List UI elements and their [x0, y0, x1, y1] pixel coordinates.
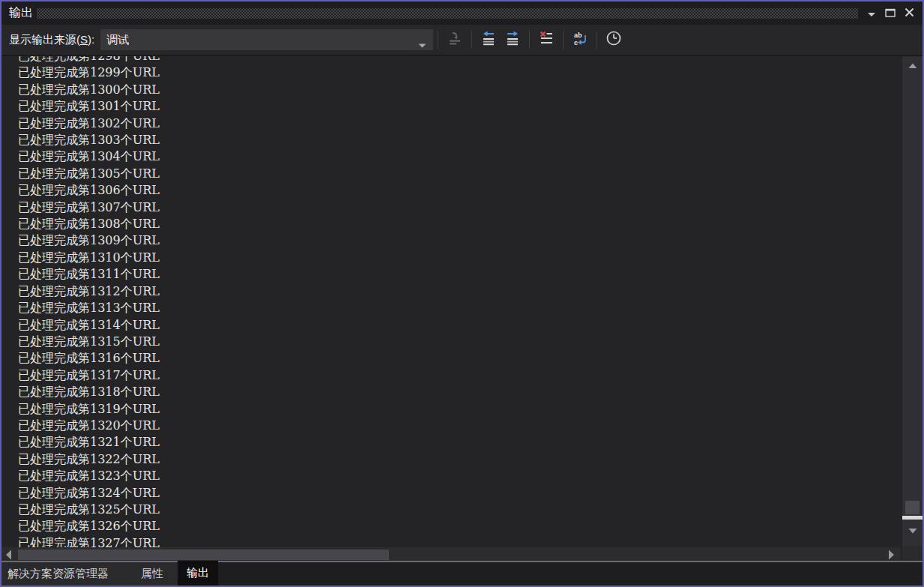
toolbar-separator — [563, 31, 564, 49]
svg-text:c: c — [574, 39, 578, 46]
window-title: 输出 — [9, 1, 33, 25]
output-line: 已处理完成第1320个URL — [18, 418, 902, 434]
svg-text:ab: ab — [574, 31, 582, 39]
maximize-button[interactable] — [883, 6, 898, 21]
previous-message-button[interactable] — [478, 29, 499, 50]
output-line: 已处理完成第1322个URL — [18, 451, 902, 468]
close-button[interactable] — [902, 6, 917, 21]
output-line: 已处理完成第1299个URL — [18, 64, 902, 81]
output-line: 已处理完成第1313个URL — [18, 300, 902, 316]
dropdown-arrow-icon — [418, 37, 426, 50]
goto-message-button — [444, 29, 465, 50]
output-line: 已处理完成第1300个URL — [18, 82, 902, 98]
timestamp-button[interactable] — [603, 29, 624, 50]
output-line: 已处理完成第1324个URL — [18, 485, 902, 502]
scrollbar-corner — [902, 546, 923, 562]
vertical-scrollbar-thumb[interactable] — [905, 501, 920, 514]
output-lines: 已处理完成第1298个URL已处理完成第1299个URL已处理完成第1300个U… — [1, 56, 902, 547]
window-position-button[interactable] — [864, 6, 879, 21]
close-icon — [905, 7, 914, 20]
titlebar: 输出 — [1, 1, 923, 25]
output-source-value: 调试 — [106, 33, 129, 47]
previous-message-icon — [480, 30, 497, 49]
output-line: 已处理完成第1298个URL — [18, 56, 902, 64]
scroll-down-arrow-icon[interactable] — [902, 528, 923, 534]
tool-window-tabstrip: 解决方案资源管理器 属性 输出 — [1, 562, 923, 586]
output-line: 已处理完成第1316个URL — [18, 350, 902, 367]
tab-solution-explorer[interactable]: 解决方案资源管理器 — [7, 562, 109, 586]
output-line: 已处理完成第1311个URL — [18, 266, 902, 283]
toolbar-separator — [529, 31, 530, 49]
word-wrap-icon: ab c — [572, 30, 588, 49]
output-line: 已处理完成第1321个URL — [18, 434, 902, 451]
clear-all-icon — [538, 30, 555, 49]
chevron-down-icon — [867, 7, 876, 20]
output-line: 已处理完成第1319个URL — [18, 401, 902, 418]
output-line: 已处理完成第1304个URL — [18, 148, 902, 165]
output-line: 已处理完成第1325个URL — [18, 502, 902, 518]
output-line: 已处理完成第1326个URL — [18, 518, 902, 535]
maximize-icon — [885, 7, 896, 20]
next-message-icon — [504, 30, 521, 49]
output-line: 已处理完成第1302个URL — [18, 115, 902, 132]
tab-output[interactable]: 输出 — [178, 561, 218, 586]
output-line: 已处理完成第1317个URL — [18, 367, 902, 384]
toolbar-separator — [597, 31, 597, 49]
output-toolbar: 显示输出来源(S): 调试 — [1, 25, 923, 56]
word-wrap-button[interactable]: ab c — [570, 29, 591, 50]
output-line: 已处理完成第1310个URL — [18, 250, 902, 266]
vertical-scrollbar[interactable] — [902, 56, 923, 546]
output-line: 已处理完成第1312个URL — [18, 283, 902, 300]
tabstrip-divider — [218, 561, 923, 562]
tab-properties[interactable]: 属性 — [141, 562, 163, 586]
goto-message-icon — [447, 30, 463, 49]
scroll-position-marker — [902, 516, 923, 520]
toolbar-separator — [438, 31, 438, 49]
output-line: 已处理完成第1314个URL — [18, 317, 902, 334]
horizontal-scrollbar[interactable] — [1, 547, 901, 562]
output-tool-window: 输出 显示输出来源(S): — [0, 0, 924, 587]
output-line: 已处理完成第1308个URL — [18, 216, 902, 232]
horizontal-scrollbar-thumb[interactable] — [18, 550, 389, 560]
output-line: 已处理完成第1309个URL — [18, 232, 902, 249]
scroll-up-arrow-icon[interactable] — [902, 63, 923, 69]
clock-icon — [605, 29, 623, 50]
output-line: 已处理完成第1306个URL — [18, 182, 902, 199]
output-log[interactable]: 已处理完成第1298个URL已处理完成第1299个URL已处理完成第1300个U… — [1, 56, 902, 547]
output-line: 已处理完成第1327个URL — [18, 535, 902, 547]
output-line: 已处理完成第1305个URL — [18, 166, 902, 182]
output-line: 已处理完成第1315个URL — [18, 334, 902, 350]
next-message-button[interactable] — [502, 29, 523, 50]
output-line: 已处理完成第1307个URL — [18, 199, 902, 216]
drag-grip[interactable] — [37, 8, 858, 19]
output-line: 已处理完成第1303个URL — [18, 132, 902, 148]
clear-all-button[interactable] — [536, 29, 557, 50]
toolbar-separator — [471, 31, 472, 49]
output-source-label: 显示输出来源(S): — [9, 33, 94, 47]
output-line: 已处理完成第1301个URL — [18, 98, 902, 115]
output-line: 已处理完成第1318个URL — [18, 384, 902, 400]
output-source-dropdown[interactable]: 调试 — [100, 29, 433, 50]
output-line: 已处理完成第1323个URL — [18, 468, 902, 484]
